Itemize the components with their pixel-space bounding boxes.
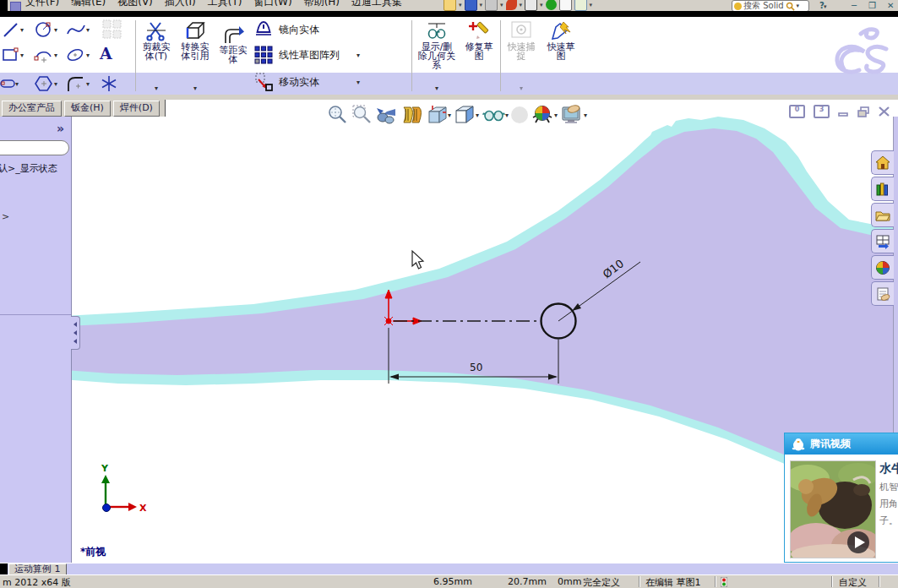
save-icon[interactable]: [465, 0, 477, 11]
point-tool[interactable]: [100, 74, 118, 93]
chevron-down-icon[interactable]: ▾: [584, 112, 587, 119]
tab-view-palette[interactable]: [871, 229, 894, 253]
point-icon[interactable]: [100, 74, 118, 93]
menu-maidi-tools[interactable]: 迈迪工具集: [351, 0, 402, 9]
chevron-down-icon[interactable]: ▾: [476, 112, 479, 119]
display-style-button[interactable]: ▾: [454, 104, 479, 126]
offset-entities-button[interactable]: 等距实体: [215, 24, 251, 64]
feature-tree-partial[interactable]: >: [2, 211, 9, 222]
menu-edit[interactable]: 编辑(E): [71, 0, 106, 9]
panel-collapse-handle[interactable]: [71, 316, 80, 350]
tab-appearances[interactable]: [871, 255, 894, 280]
tab-design-library[interactable]: [871, 177, 894, 201]
ellipse-tool[interactable]: ▾: [66, 46, 90, 64]
search-input[interactable]: 搜索 Solid ▾: [732, 0, 809, 11]
pattern-tool[interactable]: [101, 19, 123, 41]
tab-office-products[interactable]: 办公室产品: [2, 101, 62, 117]
rectangle-tool[interactable]: ▾: [2, 46, 24, 64]
feature-filter-input[interactable]: [0, 140, 69, 155]
convert-entities-button[interactable]: 转换实体引用 ▾: [177, 20, 214, 61]
trim-entities-button[interactable]: 剪裁实体(T) ▾: [138, 20, 175, 61]
sketch-canvas[interactable]: Ø10 50 Y X: [0, 117, 898, 563]
polygon-icon[interactable]: [34, 74, 54, 93]
search-icon[interactable]: [786, 2, 795, 11]
chevron-down-icon[interactable]: ▾: [86, 26, 90, 34]
chevron-down-icon[interactable]: ▾: [435, 84, 438, 92]
menu-file[interactable]: 文件(F): [25, 0, 59, 9]
repair-sketch-button[interactable]: 修复草图: [462, 20, 496, 61]
chevron-down-icon[interactable]: ▾: [54, 26, 57, 34]
chevron-down-icon[interactable]: ▾: [520, 2, 523, 8]
zoom-area-button[interactable]: [351, 104, 373, 126]
tab-file-explorer[interactable]: [871, 203, 894, 227]
text-tool[interactable]: A: [100, 44, 112, 63]
chevron-down-icon[interactable]: ▾: [20, 26, 24, 34]
doc-window-icon-1[interactable]: 0: [789, 105, 805, 118]
traffic-light-icon[interactable]: [721, 577, 727, 587]
graphics-viewport[interactable]: Ø10 50 Y X: [0, 117, 898, 563]
menu-window[interactable]: 窗口(W): [253, 0, 291, 9]
chevron-down-icon[interactable]: ▾: [459, 2, 462, 8]
doc-restore-icon[interactable]: [857, 106, 870, 117]
slot-icon[interactable]: [0, 76, 15, 91]
circle-tool[interactable]: ▾: [34, 20, 57, 39]
doc-window-icon-2[interactable]: 3: [814, 105, 830, 118]
chevron-down-icon[interactable]: ▾: [540, 2, 543, 8]
tencent-popup-header[interactable]: 腾讯视频: [785, 433, 898, 455]
tencent-video-popup[interactable]: 腾讯视频 水牛 机智 用角 子。: [784, 433, 898, 563]
spline-tool[interactable]: ▾: [66, 20, 90, 39]
note-icon[interactable]: [559, 0, 572, 11]
chevron-down-icon[interactable]: ▾: [590, 2, 593, 8]
edit-appearance-button[interactable]: [511, 106, 528, 123]
apply-scene-button[interactable]: ▾: [531, 104, 558, 126]
rapid-sketch-button[interactable]: 快速草图: [543, 20, 579, 61]
undo-icon[interactable]: [506, 0, 517, 10]
custom-label[interactable]: 自定义: [839, 576, 867, 588]
linear-pattern-item[interactable]: 线性草图阵列 ▾: [253, 44, 380, 66]
maximize-button[interactable]: ❐: [868, 1, 876, 10]
new-icon[interactable]: [444, 0, 456, 11]
menu-help[interactable]: 帮助(H): [304, 0, 340, 9]
close-button[interactable]: ✕: [887, 1, 894, 10]
section-view-button[interactable]: [401, 104, 423, 126]
chevron-down-icon[interactable]: ▾: [54, 80, 57, 88]
mirror-entities-item[interactable]: 镜向实体: [253, 19, 380, 41]
view-orientation-button[interactable]: ▾: [426, 104, 451, 126]
select-icon[interactable]: [525, 0, 537, 11]
slot-tool[interactable]: ▾: [0, 76, 19, 91]
chevron-down-icon[interactable]: ▾: [193, 84, 197, 92]
chevron-down-icon[interactable]: ▾: [86, 80, 90, 88]
chevron-down-icon[interactable]: ▾: [448, 112, 451, 119]
fillet-tool[interactable]: ▾: [66, 74, 90, 93]
line-icon[interactable]: [2, 20, 20, 39]
chevron-down-icon[interactable]: ▾: [824, 3, 827, 10]
minimize-button[interactable]: ─: [852, 1, 857, 10]
ellipse-icon[interactable]: [66, 46, 86, 64]
line-tool[interactable]: ▾: [2, 20, 24, 39]
video-title[interactable]: 水牛: [879, 461, 898, 476]
chevron-down-icon[interactable]: ▾: [54, 52, 57, 59]
chevron-down-icon[interactable]: ▾: [356, 79, 360, 86]
spline-icon[interactable]: [66, 20, 86, 39]
arc-icon[interactable]: [34, 46, 54, 64]
tab-sheet-metal[interactable]: 钣金(H): [64, 101, 111, 117]
chevron-down-icon[interactable]: ▾: [797, 3, 800, 9]
chevron-down-icon[interactable]: ▾: [554, 112, 558, 119]
circle-icon[interactable]: [34, 20, 54, 39]
menu-view[interactable]: 视图(V): [117, 0, 153, 9]
chevron-down-icon[interactable]: ▾: [480, 2, 483, 8]
doc-minimize-icon[interactable]: [838, 106, 849, 117]
video-info[interactable]: 水牛 机智 用角 子。: [879, 461, 898, 527]
panel-expand-chevron[interactable]: »: [57, 122, 64, 135]
display-relations-button[interactable]: 显示/删除几何关系 ▾: [416, 20, 458, 70]
chevron-down-icon[interactable]: ▾: [155, 84, 158, 92]
tab-weldments[interactable]: 焊件(D): [113, 101, 160, 117]
menu-insert[interactable]: 插入(I): [165, 0, 196, 9]
tab-solidworks-resources[interactable]: [871, 150, 894, 175]
tab-custom-properties[interactable]: [871, 281, 894, 306]
chevron-down-icon[interactable]: ▾: [20, 52, 24, 59]
feature-manager-panel[interactable]: » 默认>_显示状态 >: [0, 117, 72, 563]
print-icon[interactable]: [485, 0, 498, 11]
chevron-down-icon[interactable]: ▾: [520, 84, 523, 92]
fillet-icon[interactable]: [66, 74, 86, 93]
